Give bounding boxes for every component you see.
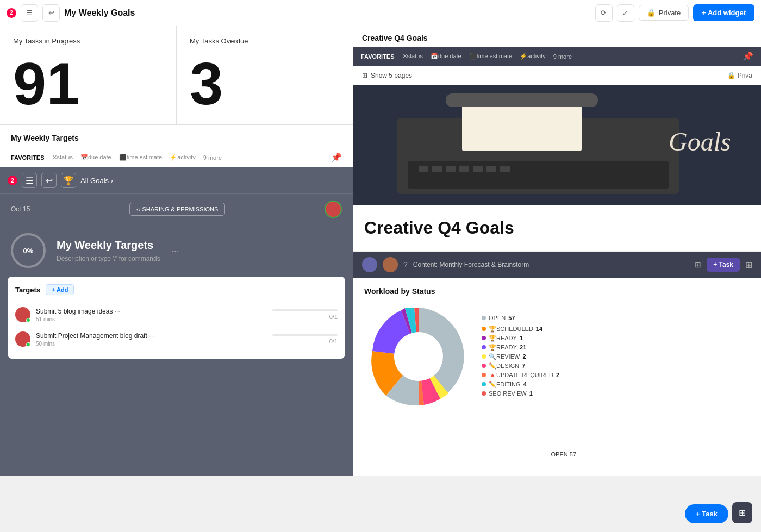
target-time-2: 50 mins xyxy=(36,341,267,347)
top-nav: 2 ☰ ↩ My Weekly Goals ⟳ ⤢ 🔒 Private + Ad… xyxy=(0,0,761,26)
svg-point-13 xyxy=(394,332,443,381)
creative-q4-widget: Creative Q4 Goals FAVORITES ✕status 📅due… xyxy=(353,26,761,278)
panel-date-row: Oct 15 ‹› SHARING & PERMISSIONS xyxy=(0,194,353,224)
panel-trophy[interactable]: 🏆 xyxy=(61,173,76,188)
svg-rect-3 xyxy=(446,93,598,107)
svg-rect-4 xyxy=(408,161,669,189)
page-title: My Weekly Goals xyxy=(64,8,591,18)
cq4-bottom-bar: ? Content: Monthly Forecast & Brainstorm… xyxy=(353,252,761,278)
legend-dot-ready-21 xyxy=(482,345,486,349)
panel-back[interactable]: ↩ xyxy=(41,173,57,188)
target-name-2: Submit Project Management blog draft ··· xyxy=(36,332,267,340)
svg-rect-10 xyxy=(486,166,496,172)
cq4-header: Creative Q4 Goals xyxy=(353,26,761,47)
legend-dot-ready-1 xyxy=(482,336,486,340)
legend-editing: ✏️EDITING 4 xyxy=(482,381,559,388)
legend-seo-review: SEO REVIEW 1 xyxy=(482,390,559,397)
legend-dot-seo xyxy=(482,391,486,396)
expand-button[interactable]: ⤢ xyxy=(617,4,634,22)
target-avatar-1 xyxy=(15,307,30,322)
cq4-filter-favorites[interactable]: FAVORITES xyxy=(361,53,395,60)
legend-scheduled: 🏆SCHEDULED 14 xyxy=(482,326,559,333)
weekly-targets-filter-bar: FAVORITES ✕status 📅due date ⬛time estima… xyxy=(11,148,342,167)
notification-badge: 2 xyxy=(7,8,16,18)
filter-time-estimate[interactable]: ⬛time estimate xyxy=(119,154,162,161)
cq4-filter-activity[interactable]: ⚡activity xyxy=(520,53,546,60)
refresh-button[interactable]: ⟳ xyxy=(595,4,613,22)
legend-ready-1: 🏆READY 1 xyxy=(482,335,559,342)
cq4-filter-more[interactable]: 9 more xyxy=(553,53,572,60)
pin-icon: 📌 xyxy=(331,152,342,162)
targets-label: Targets xyxy=(15,286,40,294)
cq4-filter-status[interactable]: ✕status xyxy=(402,53,423,60)
grid-icon[interactable]: ⊞ xyxy=(745,260,752,270)
cq4-task-button[interactable]: + Task xyxy=(707,258,740,272)
legend-dot-update xyxy=(482,373,486,377)
widgets-row: My Tasks in Progress 91 My Tasks Overdue… xyxy=(0,26,353,125)
legend-ready-21: 🏆READY 21 xyxy=(482,344,559,351)
pages-icon: ⊞ xyxy=(362,72,367,79)
sharing-permissions-button[interactable]: ‹› SHARING & PERMISSIONS xyxy=(129,203,225,216)
goal-progress-circle: 0% xyxy=(11,233,46,268)
legend-update-required: 🔺UPDATE REQUIRED 2 xyxy=(482,372,559,379)
cq4-hero-image: Goals xyxy=(353,85,761,205)
weekly-targets-header: My Weekly Targets FAVORITES ✕status 📅due… xyxy=(0,125,353,167)
hamburger-button[interactable]: ☰ xyxy=(21,4,38,22)
filter-status[interactable]: ✕status xyxy=(52,154,73,161)
cq4-user-avatar xyxy=(362,257,377,272)
filter-due-date[interactable]: 📅due date xyxy=(80,154,111,161)
legend-design: ✏️DESIGN 7 xyxy=(482,362,559,370)
cq4-title: Creative Q4 Goals xyxy=(362,34,752,42)
svg-rect-6 xyxy=(432,166,442,172)
right-column: Creative Q4 Goals FAVORITES ✕status 📅due… xyxy=(353,26,761,476)
target-item-2: Submit Project Management blog draft ···… xyxy=(15,327,338,351)
cq4-filter-due-date[interactable]: 📅due date xyxy=(431,53,461,60)
legend-dot-design xyxy=(482,364,486,368)
filter-more[interactable]: 9 more xyxy=(203,154,222,161)
svg-rect-5 xyxy=(419,166,428,172)
add-widget-button[interactable]: + Add widget xyxy=(693,4,754,21)
help-icon[interactable]: ? xyxy=(403,260,408,269)
target-progress-2: 0/1 xyxy=(272,334,338,345)
goal-title: My Weekly Targets xyxy=(57,239,160,252)
add-task-fab[interactable]: + Task xyxy=(685,504,728,523)
workload-content: OPEN 57 🏆SCHEDULED 14 🏆READY 1 xyxy=(364,302,750,411)
add-target-button[interactable]: + Add xyxy=(46,284,74,295)
target-item-1: Submit 5 blog image ideas ··· 51 mins 0/… xyxy=(15,303,338,327)
panel-hamburger[interactable]: ☰ xyxy=(22,173,37,188)
legend-open: OPEN 57 xyxy=(482,315,559,321)
workload-pie-chart xyxy=(364,302,473,411)
panel-breadcrumb[interactable]: All Goals › xyxy=(80,177,113,185)
lock-icon-cq4: 🔒 xyxy=(727,72,735,79)
private-button[interactable]: 🔒 Private xyxy=(639,5,689,21)
legend-review: 🔍REVIEW 2 xyxy=(482,353,559,360)
target-avatar-2 xyxy=(15,331,30,347)
tasks-overdue-widget: My Tasks Overdue 3 xyxy=(177,26,353,124)
workload-section: Workload by Status xyxy=(353,278,761,476)
tasks-overdue-value: 3 xyxy=(190,54,340,114)
filter-activity[interactable]: ⚡activity xyxy=(170,154,196,161)
filter-favorites[interactable]: FAVORITES xyxy=(11,154,45,161)
svg-rect-9 xyxy=(473,166,483,172)
panel-topbar: 2 ☰ ↩ 🏆 All Goals › xyxy=(0,167,353,194)
lock-icon: 🔒 xyxy=(647,9,656,17)
workload-title: Workload by Status xyxy=(364,287,750,296)
legend-dot-review xyxy=(482,354,486,359)
target-progress-1: 0/1 xyxy=(272,309,338,320)
embedded-goals-panel: 2 ☰ ↩ 🏆 All Goals › Oct 15 ‹› SHARING & … xyxy=(0,167,353,476)
show-pages-button[interactable]: ⊞ Show 5 pages xyxy=(362,72,412,79)
targets-section: Targets + Add Submit 5 blog image ideas … xyxy=(8,277,345,359)
tasks-in-progress-title: My Tasks in Progress xyxy=(13,37,163,45)
legend-dot-open xyxy=(482,316,486,320)
back-button[interactable]: ↩ xyxy=(42,4,60,22)
tasks-in-progress-value: 91 xyxy=(13,54,163,114)
goal-more-icon[interactable]: ··· xyxy=(171,245,179,256)
target-info-2: Submit Project Management blog draft ···… xyxy=(36,332,267,347)
svg-text:Goals: Goals xyxy=(669,127,731,156)
nav-right: ⟳ ⤢ 🔒 Private + Add widget xyxy=(595,4,754,22)
target-info-1: Submit 5 blog image ideas ··· 51 mins xyxy=(36,308,267,322)
legend-dot-editing xyxy=(482,382,486,386)
cq4-filter-time-estimate[interactable]: ⬛time estimate xyxy=(469,53,512,60)
grid-fab[interactable]: ⊞ xyxy=(732,502,752,523)
open-label-floating: OPEN 57 xyxy=(551,451,576,458)
